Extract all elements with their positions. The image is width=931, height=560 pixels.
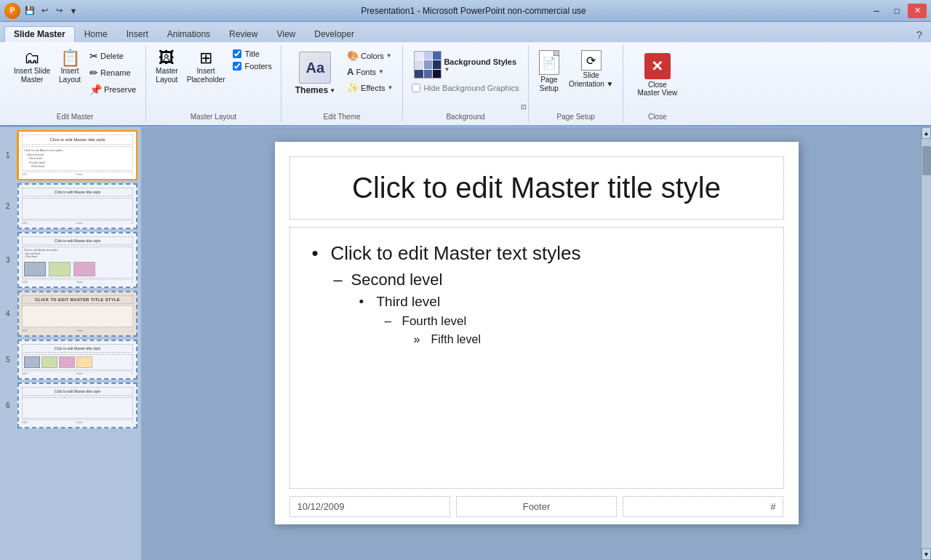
master-layout-button[interactable]: 🖼 MasterLayout <box>152 48 182 87</box>
slide-3-title: Click to edit Master title style <box>22 236 133 245</box>
slide-thumb-1[interactable]: 1 Click to edit Master title style Click… <box>17 130 137 180</box>
close-content: ✕ CloseMaster View <box>629 45 685 122</box>
maximize-button[interactable]: □ <box>887 4 906 18</box>
footers-check-label: Footers <box>244 62 271 71</box>
footers-check[interactable]: Footers <box>230 60 274 72</box>
slide-number-3: 3 <box>6 256 10 264</box>
tab-insert[interactable]: Insert <box>117 26 158 42</box>
slide-title-box[interactable]: Click to edit Master title style <box>289 156 784 220</box>
group-close-label: Close <box>623 113 691 121</box>
insert-layout-label: InsertLayout <box>59 67 81 84</box>
colors-button[interactable]: 🎨 Colors ▼ <box>343 48 396 63</box>
fonts-button[interactable]: A Fonts ▼ <box>343 64 396 79</box>
window-controls: ─ □ ✕ <box>867 4 927 18</box>
group-edit-theme: Aa Themes ▼ 🎨 Colors ▼ A <box>281 45 404 122</box>
minimize-button[interactable]: ─ <box>867 4 886 18</box>
background-expand-button[interactable]: ⊡ <box>521 103 527 111</box>
rename-button[interactable]: ✏ Rename <box>86 65 140 81</box>
background-styles-button[interactable]: Background Styles ▼ <box>409 48 522 81</box>
effects-label: Effects <box>361 84 385 92</box>
close-master-icon: ✕ <box>644 53 671 79</box>
scroll-down-arrow[interactable]: ▼ <box>922 548 931 560</box>
save-button[interactable]: 💾 <box>23 4 36 17</box>
tab-view[interactable]: View <box>267 26 305 42</box>
themes-button[interactable]: Aa Themes ▼ <box>292 48 339 99</box>
group-close: ✕ CloseMaster View Close <box>623 45 691 122</box>
title-bar: P 💾 ↩ ↪ ▼ Presentation1 - Microsoft Powe… <box>0 0 931 22</box>
fonts-label: Fonts <box>356 68 376 76</box>
footer-page[interactable]: # <box>623 496 783 517</box>
slide-orientation-button[interactable]: ⟳ SlideOrientation ▼ <box>565 48 618 91</box>
delete-button[interactable]: ✂ Delete <box>86 48 140 64</box>
help-button[interactable]: ? <box>912 28 927 42</box>
right-scrollbar[interactable]: ▲ ▼ <box>921 127 931 560</box>
slide-panel[interactable]: 1 Click to edit Master title style Click… <box>0 127 142 560</box>
app-icon: P <box>4 3 20 19</box>
close-master-view-button[interactable]: ✕ CloseMaster View <box>629 48 685 109</box>
tab-developer[interactable]: Developer <box>305 26 364 42</box>
slide-2-body <box>22 198 133 220</box>
slide-number-2: 2 <box>6 202 10 210</box>
themes-arrow: ▼ <box>329 87 335 94</box>
effects-button[interactable]: ✨ Effects ▼ <box>343 80 396 95</box>
slide-4-title: CLICK TO EDIT MASTER TITLE STYLE <box>22 295 133 304</box>
title-checkbox[interactable] <box>233 49 241 58</box>
content-level5: » Fifth level <box>414 333 762 346</box>
tab-home[interactable]: Home <box>75 26 117 42</box>
scroll-thumb[interactable] <box>922 146 931 175</box>
insert-layout-button[interactable]: 📋 InsertLayout <box>55 48 84 87</box>
slide-thumb-5[interactable]: 5 Click to edit Master title style 10/12… <box>17 340 137 380</box>
scroll-up-arrow[interactable]: ▲ <box>922 127 931 139</box>
preserve-button[interactable]: 📌 Preserve <box>86 81 140 97</box>
slide-6-title: Click to edit Master title style <box>22 387 133 396</box>
slide-orientation-icon: ⟳ <box>581 50 602 71</box>
slide-6-footer: 10/12Footer# <box>22 420 133 424</box>
colors-label: Colors <box>361 52 384 60</box>
slide-content-box[interactable]: • Click to edit Master text styles – Sec… <box>289 227 784 489</box>
slide-title-text: Click to edit Master title style <box>312 172 762 204</box>
hide-background-label: Hide Background Graphics <box>423 84 519 92</box>
selected-indicator <box>17 132 19 179</box>
delete-label: Delete <box>100 52 124 60</box>
slide-3-footer: 10/12Footer# <box>22 279 133 284</box>
insert-slide-master-button[interactable]: 🗂 Insert SlideMaster <box>10 48 54 87</box>
hide-background-checkbox[interactable] <box>412 84 420 92</box>
insert-placeholder-button[interactable]: ⊞ InsertPlaceholder <box>183 48 229 87</box>
slide-thumb-2[interactable]: 2 Click to edit Master title style 10/12… <box>17 183 137 229</box>
ribbon: Slide Master Home Insert Animations Revi… <box>0 22 931 127</box>
window-title: Presentation1 - Microsoft PowerPoint non… <box>80 6 867 16</box>
slide-5-content: Click to edit Master title style 10/12Fo… <box>19 341 136 378</box>
page-setup-content: 📄 PageSetup ⟳ SlideOrientation ▼ <box>535 45 618 122</box>
tab-slide-master[interactable]: Slide Master <box>4 26 75 42</box>
title-check[interactable]: Title <box>230 48 274 60</box>
tab-review[interactable]: Review <box>220 26 267 42</box>
content-level2: – Second level <box>334 271 762 289</box>
insert-placeholder-icon: ⊞ <box>199 50 212 66</box>
group-master-layout: 🖼 MasterLayout ⊞ InsertPlaceholder Title… <box>146 45 281 122</box>
hide-background-check[interactable]: Hide Background Graphics <box>409 82 522 94</box>
footer-date[interactable]: 10/12/2009 <box>289 496 450 517</box>
tab-animations[interactable]: Animations <box>158 26 220 42</box>
footers-checkbox[interactable] <box>233 62 241 71</box>
close-button[interactable]: ✕ <box>908 4 927 18</box>
insert-slide-master-icon: 🗂 <box>24 50 40 66</box>
redo-button[interactable]: ↪ <box>52 4 65 17</box>
content-level2-text: Second level <box>351 271 443 289</box>
preserve-icon: 📌 <box>89 84 102 95</box>
page-setup-button[interactable]: 📄 PageSetup <box>535 48 564 95</box>
background-styles-arrow: ▼ <box>444 66 516 73</box>
slide-1-body: Click to edit Master text styles –Second… <box>22 146 133 171</box>
rename-label: Rename <box>100 68 131 77</box>
slide-6-body <box>22 397 133 419</box>
slide-thumb-6[interactable]: 6 Click to edit Master title style 10/12… <box>17 383 137 428</box>
footer-center[interactable]: Footer <box>456 496 617 517</box>
slide-thumb-4[interactable]: 4 CLICK TO EDIT MASTER TITLE STYLE 10/12… <box>17 291 137 337</box>
themes-label: Themes <box>295 85 328 95</box>
background-styles-icon <box>414 51 441 79</box>
undo-button[interactable]: ↩ <box>38 4 51 17</box>
scroll-track <box>922 139 931 548</box>
group-edit-master-label: Edit Master <box>4 113 145 121</box>
slide-thumb-3[interactable]: 3 Click to edit Master title style Click… <box>17 232 137 288</box>
canvas-area[interactable]: Click to edit Master title style • Click… <box>142 127 931 560</box>
customize-qa-button[interactable]: ▼ <box>67 4 80 17</box>
